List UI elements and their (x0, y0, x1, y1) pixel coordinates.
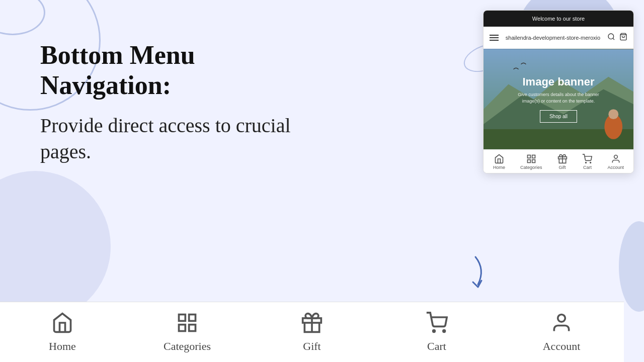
phone-nav-categories[interactable]: Categories (520, 154, 542, 170)
large-nav-home-label: Home (49, 340, 76, 353)
main-heading: Bottom Menu Navigation: (40, 40, 337, 101)
large-nav-categories-label: Categories (164, 340, 211, 353)
banner-text: Image banner Give customers details abou… (513, 75, 604, 123)
hamburger-menu[interactable] (490, 35, 499, 41)
phone-nav-categories-label: Categories (520, 165, 542, 170)
large-nav-account[interactable]: Account (531, 312, 592, 353)
large-nav-gift-label: Gift (303, 340, 320, 353)
svg-rect-9 (527, 155, 530, 158)
large-nav-categories[interactable]: Categories (157, 312, 217, 353)
home-icon (494, 154, 504, 164)
svg-line-1 (613, 38, 614, 40)
svg-rect-21 (189, 324, 196, 331)
large-nav-gift[interactable]: Gift (282, 312, 342, 353)
svg-rect-19 (189, 314, 196, 321)
svg-point-24 (433, 330, 435, 332)
phone-nav-home-label: Home (493, 165, 505, 170)
gift-icon (557, 154, 568, 164)
svg-point-17 (614, 155, 617, 159)
cart-icon (582, 154, 592, 164)
svg-point-8 (608, 110, 618, 120)
banner-title: Image banner (513, 75, 604, 88)
account-icon-large (550, 312, 573, 336)
svg-rect-11 (527, 160, 530, 163)
cart-icon-header[interactable] (619, 33, 627, 43)
svg-rect-18 (179, 314, 186, 321)
svg-point-16 (590, 162, 591, 163)
store-topbar: Welcome to our store (484, 11, 633, 27)
gift-icon-large (301, 312, 323, 336)
phone-nav-gift[interactable]: Gift (557, 154, 568, 170)
sub-text: Provide direct access to crucial pages. (40, 113, 337, 165)
large-nav-home[interactable]: Home (32, 312, 93, 353)
svg-rect-12 (532, 160, 535, 163)
store-banner: Image banner Give customers details abou… (484, 49, 633, 149)
search-icon[interactable] (607, 33, 615, 43)
phone-nav-account[interactable]: Account (607, 154, 624, 170)
phone-nav-cart-label: Cart (583, 165, 592, 170)
svg-point-25 (443, 330, 445, 332)
phone-mockup: Welcome to our store shailendra-developm… (483, 10, 634, 173)
header-icons (607, 33, 627, 43)
phone-bottom-nav: Home Categories Gift (484, 149, 633, 173)
categories-icon (526, 154, 536, 164)
phone-nav-cart[interactable]: Cart (582, 154, 592, 170)
phone-nav-account-label: Account (607, 165, 624, 170)
phone-nav-gift-label: Gift (558, 165, 566, 170)
bottom-nav-large: Home Categories Gift (0, 302, 624, 362)
account-icon (611, 154, 621, 164)
store-name: shailendra-development-store-meroxio (506, 34, 600, 41)
cart-icon-large (426, 312, 448, 336)
banner-description: Give customers details about the banner … (513, 92, 604, 104)
svg-point-0 (608, 34, 614, 39)
svg-rect-20 (179, 324, 186, 331)
store-header: shailendra-development-store-meroxio (484, 27, 633, 49)
categories-icon-large (176, 312, 198, 336)
svg-rect-10 (532, 155, 535, 158)
arrow-indicator (460, 254, 491, 297)
large-nav-account-label: Account (543, 340, 581, 353)
svg-point-26 (558, 314, 566, 322)
shop-all-button[interactable]: Shop all (540, 110, 577, 123)
phone-nav-home[interactable]: Home (493, 154, 505, 170)
home-icon-large (51, 312, 73, 336)
svg-point-15 (586, 162, 587, 163)
large-nav-cart[interactable]: Cart (407, 312, 467, 353)
large-nav-cart-label: Cart (427, 340, 446, 353)
